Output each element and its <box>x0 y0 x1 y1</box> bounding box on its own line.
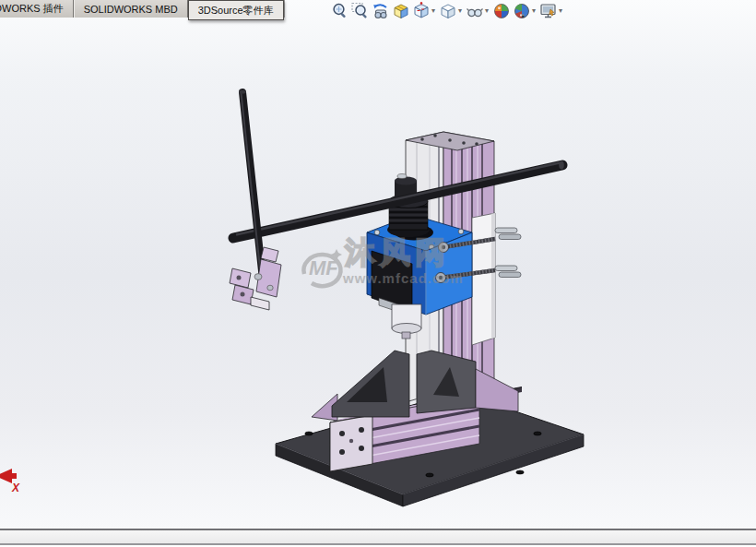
backing-plate[interactable] <box>472 213 495 345</box>
tab-3dsource-library[interactable]: 3DSource零件库 <box>188 0 284 20</box>
tab-solidworks-addins[interactable]: SOLIDWORKS 插件 <box>0 0 74 18</box>
apply-scene-dropdown[interactable]: ▾ <box>532 2 536 20</box>
tab-label: 3DSource零件库 <box>198 4 274 18</box>
tab-label: SOLIDWORKS MBD <box>84 4 178 15</box>
reference-triad: X <box>0 464 31 495</box>
apply-scene-icon[interactable] <box>513 2 531 20</box>
hook-bolts[interactable] <box>495 228 521 278</box>
view-settings-dropdown[interactable]: ▾ <box>559 2 562 20</box>
handle-rod[interactable] <box>239 90 264 289</box>
view-orientation-icon[interactable] <box>412 2 431 20</box>
section-view-icon[interactable] <box>392 2 410 20</box>
hide-show-items-icon[interactable] <box>466 2 484 20</box>
previous-view-icon[interactable] <box>372 2 390 20</box>
handle-clamp[interactable] <box>230 247 281 310</box>
view-orientation-dropdown[interactable]: ▾ <box>431 2 435 20</box>
display-style-dropdown[interactable]: ▾ <box>458 2 462 20</box>
statusbar <box>0 530 756 545</box>
solidworks-window: MF 沐风网 www.mfcad.com X SOLIDWORKS 插件 SOL… <box>0 0 756 547</box>
display-style-icon[interactable] <box>439 2 457 20</box>
model-canvas[interactable] <box>0 0 756 547</box>
mounting-hole[interactable] <box>426 473 433 477</box>
graphics-viewport[interactable]: MF 沐风网 www.mfcad.com X <box>0 0 756 529</box>
edit-appearance-icon[interactable] <box>492 2 511 20</box>
mounting-hole[interactable] <box>516 470 524 474</box>
mounting-hole[interactable] <box>534 432 541 435</box>
tab-label: SOLIDWORKS 插件 <box>0 2 64 16</box>
commandmanager-tabbar: SOLIDWORKS 插件 SOLIDWORKS MBD 3DSource零件库 <box>0 0 285 18</box>
heads-up-toolbar: ▾▾▾▾▾ <box>330 1 565 20</box>
triad-x-label: X <box>11 482 20 494</box>
tab-solidworks-mbd[interactable]: SOLIDWORKS MBD <box>74 0 188 18</box>
hide-show-items-dropdown[interactable]: ▾ <box>485 2 489 20</box>
zoom-to-fit-icon[interactable] <box>331 2 349 20</box>
zoom-to-area-icon[interactable] <box>351 2 370 20</box>
mounting-hole[interactable] <box>305 432 313 435</box>
view-settings-icon[interactable] <box>539 2 558 20</box>
